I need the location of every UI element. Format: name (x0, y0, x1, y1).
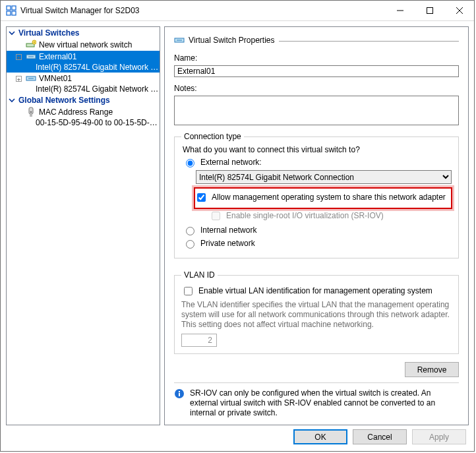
svg-rect-5 (427, 8, 432, 14)
svg-rect-23 (179, 391, 180, 392)
radio-external[interactable]: External network: (183, 157, 452, 167)
tree-section-global[interactable]: Global Network Settings (7, 94, 160, 106)
svg-point-17 (30, 111, 32, 113)
properties-pane: Virtual Switch Properties Name: Notes: C… (164, 26, 469, 425)
vlan-hint: The VLAN identifier specifies the virtua… (181, 300, 452, 330)
svg-rect-22 (179, 393, 180, 396)
app-icon (6, 5, 16, 16)
tree-item-vmnet01[interactable]: + VMNet01 (7, 73, 160, 84)
svg-rect-3 (12, 11, 16, 15)
name-input[interactable] (174, 65, 459, 77)
mac-icon (26, 107, 36, 117)
checkbox-allow-mgmt-input[interactable] (197, 193, 206, 202)
notes-label: Notes: (174, 84, 459, 93)
radio-internal-input[interactable] (186, 227, 194, 235)
cancel-button[interactable]: Cancel (353, 429, 407, 444)
checkbox-sriov: Enable single-root I/O virtualization (S… (209, 211, 452, 222)
svg-rect-0 (7, 6, 11, 10)
radio-private-input[interactable] (186, 240, 194, 249)
svg-rect-18 (30, 114, 32, 117)
vlan-id-input: 2 (181, 334, 217, 347)
window-title: Virtual Switch Manager for S2D03 (20, 6, 140, 15)
pane-heading: Virtual Switch Properties (189, 36, 275, 45)
titlebar: Virtual Switch Manager for S2D03 (1, 1, 474, 21)
chevron-down-icon (8, 29, 16, 37)
expand-icon[interactable]: + (16, 76, 22, 82)
svg-rect-2 (7, 11, 11, 15)
connection-type-legend: Connection type (181, 132, 244, 141)
checkbox-vlan-input[interactable] (184, 287, 193, 295)
vlan-group: VLAN ID Enable virtual LAN identificatio… (174, 270, 459, 354)
radio-external-input[interactable] (186, 159, 194, 167)
radio-internal[interactable]: Internal network (183, 225, 452, 235)
nav-tree[interactable]: Virtual Switches New virtual network swi… (6, 26, 160, 425)
switch-icon (174, 35, 185, 45)
remove-button[interactable]: Remove (405, 362, 459, 377)
checkbox-vlan[interactable]: Enable virtual LAN identification for ma… (181, 286, 452, 297)
connection-type-question: What do you want to connect this virtual… (183, 145, 452, 154)
checkbox-allow-mgmt[interactable]: Allow management operating system to sha… (194, 193, 448, 204)
minimize-button[interactable] (385, 1, 415, 20)
tree-item-mac-range-value[interactable]: 00-15-5D-95-49-00 to 00-15-5D-9... (7, 118, 160, 128)
tree-item-new-switch[interactable]: New virtual network switch (7, 39, 160, 51)
connection-type-group: Connection type What do you want to conn… (174, 132, 459, 258)
tree-item-external01-adapter[interactable]: Intel(R) 82574L Gigabit Network C... (7, 63, 160, 73)
info-icon (174, 388, 185, 399)
tree-item-vmnet01-adapter[interactable]: Intel(R) 82574L Gigabit Network C... (7, 84, 160, 94)
dialog-buttons: OK Cancel Apply (1, 427, 474, 451)
chevron-down-icon (8, 96, 16, 104)
ok-button[interactable]: OK (293, 429, 347, 444)
notes-input[interactable] (174, 96, 459, 125)
switch-icon (26, 51, 36, 62)
tree-item-external01[interactable]: + External01 (7, 51, 160, 63)
vlan-legend: VLAN ID (181, 270, 218, 280)
tree-section-virtual-switches[interactable]: Virtual Switches (7, 27, 160, 39)
switch-icon (26, 73, 36, 84)
expand-icon[interactable]: + (16, 54, 22, 60)
adapter-select[interactable]: Intel(R) 82574L Gigabit Network Connecti… (196, 170, 452, 184)
svg-rect-16 (29, 107, 33, 114)
new-switch-icon (26, 40, 36, 50)
window-root: Virtual Switch Manager for S2D03 Virtual… (0, 0, 475, 452)
close-button[interactable] (444, 1, 474, 20)
sriov-info: SR-IOV can only be configured when the v… (174, 388, 459, 418)
tree-item-mac-range[interactable]: MAC Address Range (7, 106, 160, 118)
maximize-button[interactable] (415, 1, 444, 20)
apply-button[interactable]: Apply (412, 429, 466, 444)
name-label: Name: (174, 53, 459, 63)
checkbox-sriov-input (212, 212, 220, 220)
radio-private[interactable]: Private network (183, 238, 452, 249)
svg-rect-1 (12, 6, 16, 10)
